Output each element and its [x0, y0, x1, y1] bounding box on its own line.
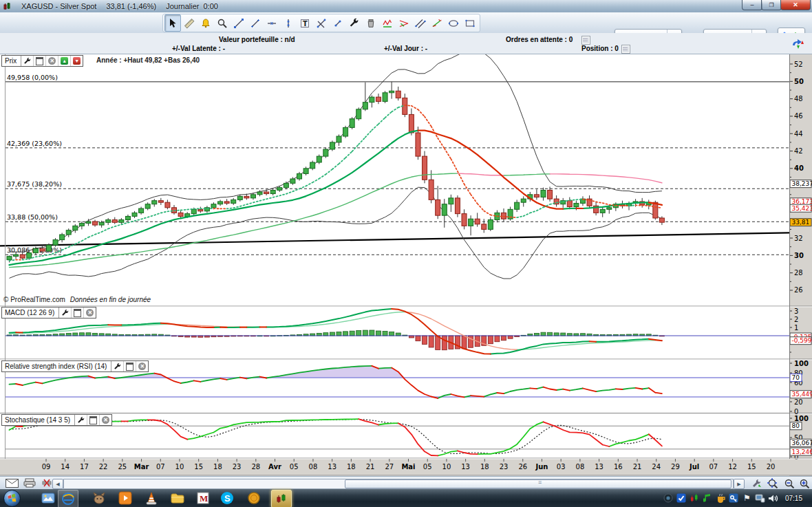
scrollbar-thumb[interactable]	[345, 479, 731, 488]
close-icon[interactable]: ✕	[100, 415, 111, 425]
restore-button[interactable]: ❐	[761, 0, 782, 10]
buy-arrow-icon[interactable]: ▲	[58, 56, 71, 66]
network-icon[interactable]	[754, 493, 767, 504]
wrench-icon[interactable]	[59, 308, 72, 318]
svg-text:15: 15	[194, 463, 203, 471]
parallel-lines-tool[interactable]	[412, 14, 429, 32]
close-icon[interactable]: ✕	[84, 308, 96, 318]
taskbar-explorer-folder-icon[interactable]	[168, 490, 187, 506]
svg-text:52: 52	[794, 61, 803, 68]
title-price-change: 33,81 (-1,46%)	[106, 2, 156, 10]
scroll-right-button[interactable]: ▶	[734, 479, 745, 489]
trendline-tool[interactable]	[231, 14, 247, 32]
svg-text:18: 18	[480, 463, 489, 471]
horizontal-scrollbar[interactable]	[63, 479, 734, 489]
detach-window-icon[interactable]	[72, 308, 84, 318]
svg-text:08: 08	[309, 463, 318, 471]
wrench-icon[interactable]	[75, 415, 87, 425]
svg-text:18: 18	[347, 463, 356, 471]
svg-text:32: 32	[794, 235, 803, 242]
close-icon[interactable]: ✕	[46, 56, 58, 66]
select-tool[interactable]	[164, 14, 181, 32]
chart-canvas[interactable]: 49,958 (0,00%)42,369 (23,60%)37,675 (38,…	[0, 54, 812, 476]
close-button[interactable]: ✕	[780, 0, 811, 10]
svg-text:23: 23	[233, 463, 242, 471]
sell-arrow-icon[interactable]: ▼	[71, 56, 83, 66]
vertical-line-tool[interactable]	[280, 14, 297, 32]
orders-list-icon[interactable]	[581, 36, 590, 45]
detach-window-icon[interactable]	[124, 361, 136, 371]
year-high-low-label: Année : +Haut 49,82 +Bas 26,40	[96, 56, 200, 64]
ruler-tool[interactable]	[181, 14, 197, 32]
svg-text:25: 25	[118, 463, 127, 471]
fan-lines-tool[interactable]	[379, 14, 396, 32]
security-check-icon[interactable]	[675, 493, 688, 504]
delete-tool[interactable]	[363, 14, 379, 32]
java-icon[interactable]	[714, 493, 727, 504]
svg-text:12: 12	[728, 463, 737, 471]
window-titlebar[interactable]: XAGUSD - Silver Spot 33,81 (-1,46%) Jour…	[0, 0, 812, 13]
ellipse-tool[interactable]	[445, 14, 462, 32]
svg-text:13: 13	[461, 463, 470, 471]
svg-text:07: 07	[156, 463, 165, 471]
flag-icon[interactable]: ⚑	[740, 493, 754, 504]
prorealtime-tray-icon[interactable]	[688, 493, 701, 504]
horizontal-line-tool[interactable]	[264, 14, 280, 32]
svg-text:23: 23	[500, 463, 509, 471]
segment-tool[interactable]	[247, 14, 264, 32]
svg-text:S: S	[224, 493, 231, 504]
svg-text:2: 2	[794, 316, 798, 323]
wrench-icon[interactable]	[111, 361, 124, 371]
cross-lines-tool[interactable]	[313, 14, 330, 32]
rectangle-tool[interactable]	[462, 14, 478, 32]
taskbar-media-player-icon[interactable]	[116, 490, 135, 506]
volume-icon[interactable]	[767, 493, 780, 504]
svg-text:05: 05	[290, 463, 299, 471]
triangle-pattern-tool[interactable]	[396, 14, 412, 32]
stoch-panel-title: Stochastique (14 3 5)	[2, 415, 75, 425]
notes-icon[interactable]	[701, 493, 714, 504]
detach-window-icon[interactable]	[34, 56, 46, 66]
svg-text:21: 21	[366, 463, 375, 471]
settings-tool[interactable]	[346, 14, 363, 32]
text-tool[interactable]: T	[297, 14, 313, 32]
taskbar-vlc-icon[interactable]	[142, 490, 161, 506]
svg-text:Avr: Avr	[268, 463, 281, 471]
system-tray: ⚑ 07:15	[662, 489, 812, 507]
start-button[interactable]	[3, 490, 21, 507]
taskbar-money-icon[interactable]: M	[193, 490, 213, 506]
taskbar-picture-viewer-icon[interactable]	[39, 490, 58, 506]
pending-orders-label: Ordres en attente : 0	[506, 36, 573, 43]
svg-text:3: 3	[794, 308, 798, 315]
close-icon[interactable]: ✕	[136, 361, 148, 371]
copyright-label: © ProRealTime.comDonnées en fin de journ…	[3, 296, 151, 303]
data-note-text: Données en fin de journée	[70, 296, 151, 303]
detach-window-icon[interactable]	[87, 415, 100, 425]
title-session-time: 0:00	[204, 2, 218, 10]
svg-text:20: 20	[794, 398, 803, 406]
password-key-icon[interactable]	[727, 493, 740, 504]
taskbar-prorealtime-icon[interactable]	[271, 490, 292, 507]
svg-text:08: 08	[576, 463, 585, 471]
taskbar-clock[interactable]: 07:15	[785, 495, 802, 502]
taskbar-trader-coin-icon[interactable]	[244, 490, 264, 506]
point-segment-tool[interactable]	[330, 14, 346, 32]
svg-text:13,246: 13,246	[792, 449, 812, 455]
scroll-left-button[interactable]: ◀	[52, 479, 63, 489]
svg-text:46: 46	[794, 112, 803, 120]
wrench-icon[interactable]	[21, 56, 34, 66]
position-list-icon[interactable]	[621, 45, 630, 54]
webcam-icon[interactable]	[662, 493, 675, 504]
refresh-icon[interactable]	[790, 39, 805, 54]
zoom-tool[interactable]	[214, 14, 231, 32]
alert-tool[interactable]	[197, 14, 214, 32]
taskbar-skype-icon[interactable]: S	[217, 490, 237, 506]
svg-text:26: 26	[794, 286, 803, 294]
svg-text:03: 03	[557, 463, 566, 471]
price-panel-header: Prix ✕ ▲ ▼	[1, 55, 83, 67]
taskbar-internet-explorer-icon[interactable]	[58, 490, 78, 507]
regression-tool[interactable]	[429, 14, 445, 32]
svg-text:-0,5992: -0,5992	[792, 337, 812, 344]
minimize-button[interactable]: –	[742, 0, 762, 10]
taskbar-emule-icon[interactable]	[89, 490, 109, 506]
